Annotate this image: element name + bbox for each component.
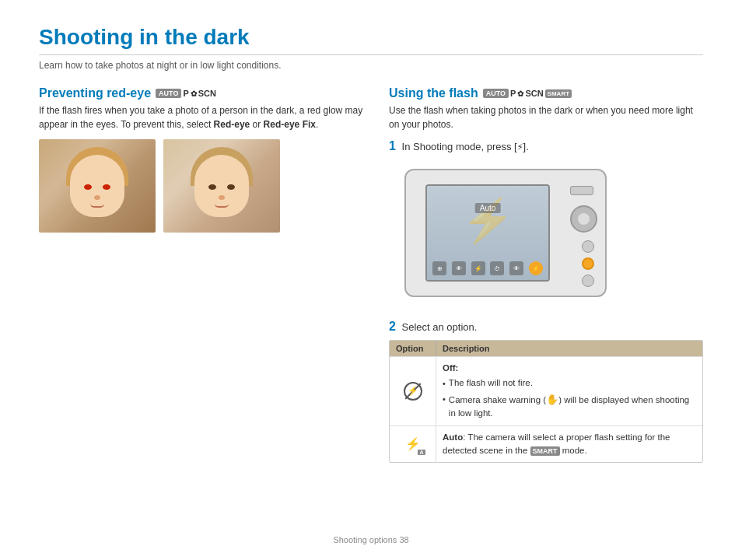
cam-side-buttons bbox=[582, 240, 594, 287]
cam-buttons bbox=[570, 186, 597, 233]
smart-badge-inline: SMART bbox=[530, 446, 560, 456]
camera-diagram: ⚡ Auto ⊕ 👁 ⚡ ⏱ 👁 ⚡ bbox=[397, 161, 630, 309]
td-icon-auto: ⚡ A bbox=[390, 426, 436, 463]
photo-red-eye bbox=[39, 139, 156, 233]
cam-dial-inner bbox=[578, 213, 590, 225]
screen-icon-6-active: ⚡ bbox=[529, 261, 543, 275]
face-2 bbox=[191, 147, 253, 221]
left-section-title: Preventing red-eye AUTO P ✿ SCN bbox=[39, 86, 366, 100]
options-table: Option Description ⚡ Off: bbox=[389, 340, 703, 463]
right-column: Using the flash AUTO P ✿ SCN SMART Use t… bbox=[389, 86, 703, 463]
skin-2 bbox=[194, 155, 249, 217]
page-title: Shooting in the dark bbox=[39, 25, 703, 55]
screen-icon-3: ⚡ bbox=[471, 261, 485, 275]
screen-icons-bar: ⊕ 👁 ⚡ ⏱ 👁 ⚡ bbox=[430, 261, 545, 275]
mouth-1 bbox=[90, 204, 104, 208]
screen-icon-5: 👁 bbox=[509, 261, 523, 275]
auto-text-2: mode. bbox=[560, 446, 587, 455]
bullet-2-text: Camera shake warning (✋) will be display… bbox=[449, 392, 696, 421]
table-header: Option Description bbox=[390, 341, 702, 356]
td-icon-off: ⚡ bbox=[390, 357, 436, 425]
camera-screen: ⚡ Auto ⊕ 👁 ⚡ ⏱ 👁 ⚡ bbox=[425, 184, 550, 282]
td-desc-auto: Auto: The camera will select a proper fl… bbox=[436, 426, 702, 463]
auto-flash-icon: ⚡ A bbox=[402, 435, 424, 453]
right-mode-badges: AUTO P ✿ SCN SMART bbox=[483, 89, 572, 98]
nose-1 bbox=[94, 195, 100, 200]
skin-1 bbox=[70, 155, 124, 217]
th-description: Description bbox=[436, 341, 702, 356]
step2-text: Select an option. bbox=[402, 321, 478, 333]
content-columns: Preventing red-eye AUTO P ✿ SCN If the f… bbox=[39, 86, 703, 463]
step1: 1 In Shooting mode, press [⚡]. bbox=[389, 139, 703, 153]
smart-badge-small: A bbox=[418, 450, 425, 455]
eye-left-1 bbox=[84, 184, 92, 190]
right-section-intro: Use the flash when taking photos in the … bbox=[389, 103, 703, 131]
step2: 2 Select an option. bbox=[389, 320, 703, 334]
bullet-1-text: The flash will not fire. bbox=[449, 376, 533, 390]
no-flash-icon: ⚡ bbox=[404, 382, 422, 401]
left-section-body: If the flash fires when you take a photo… bbox=[39, 103, 366, 131]
right-section-title: Using the flash AUTO P ✿ SCN SMART bbox=[389, 86, 703, 100]
photos-row bbox=[39, 139, 366, 233]
td-desc-off: Off: • The flash will not fire. • Camera… bbox=[436, 357, 702, 425]
mouth-2 bbox=[215, 204, 229, 208]
cam-rect-btn-1 bbox=[570, 186, 593, 195]
cam-circle-btn-1 bbox=[582, 240, 594, 253]
nose-2 bbox=[219, 195, 225, 200]
no-flash-symbol: ⚡ bbox=[408, 386, 418, 396]
page: Shooting in the dark Learn how to take p… bbox=[0, 0, 742, 560]
auto-bold: Auto bbox=[443, 432, 463, 442]
cam-circle-btn-3 bbox=[582, 275, 594, 287]
page-footer: Shooting options 38 bbox=[0, 535, 742, 544]
off-title: Off: bbox=[443, 362, 696, 375]
face-1 bbox=[66, 147, 128, 221]
step2-num: 2 bbox=[389, 320, 396, 333]
eye-left-2 bbox=[208, 184, 216, 190]
left-column: Preventing red-eye AUTO P ✿ SCN If the f… bbox=[39, 86, 366, 463]
bullet-2: • Camera shake warning (✋) will be displ… bbox=[443, 392, 696, 421]
step1-text: In Shooting mode, press [⚡]. bbox=[402, 141, 529, 152]
eye-right-1 bbox=[103, 184, 110, 190]
cam-circle-btn-flash-active bbox=[582, 257, 594, 270]
photo-corrected bbox=[163, 139, 280, 233]
table-row-off: ⚡ Off: • The flash will not fire. • Came… bbox=[390, 356, 702, 425]
screen-icon-1: ⊕ bbox=[432, 261, 446, 275]
step1-num: 1 bbox=[389, 139, 396, 152]
camera-body: ⚡ Auto ⊕ 👁 ⚡ ⏱ 👁 ⚡ bbox=[404, 169, 607, 297]
th-option: Option bbox=[390, 341, 436, 356]
cam-dial bbox=[570, 205, 597, 233]
page-subtitle: Learn how to take photos at night or in … bbox=[39, 60, 703, 71]
mode-badges: AUTO P ✿ SCN bbox=[156, 89, 216, 98]
screen-inner: ⚡ Auto ⊕ 👁 ⚡ ⏱ 👁 ⚡ bbox=[427, 186, 548, 280]
table-row-auto: ⚡ A Auto: The camera will select a prope… bbox=[390, 425, 702, 463]
eye-right-2 bbox=[227, 184, 235, 190]
screen-icon-2: 👁 bbox=[452, 261, 466, 275]
auto-label: Auto bbox=[475, 203, 501, 213]
screen-icon-4: ⏱ bbox=[490, 261, 504, 275]
bullet-1: • The flash will not fire. bbox=[443, 376, 696, 390]
